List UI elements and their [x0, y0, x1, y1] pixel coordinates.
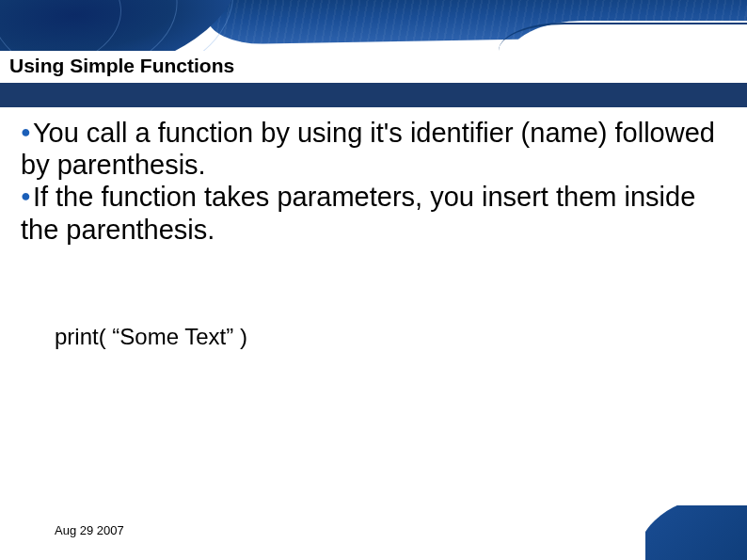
header-arcs: [0, 0, 229, 51]
bullet-dot-icon: ●: [21, 122, 31, 141]
bullet-text: If the function takes parameters, you in…: [21, 182, 695, 244]
footer-corner-edge: [645, 505, 747, 560]
header-corner-left: [0, 0, 247, 51]
bullet-dot-icon: ●: [21, 186, 31, 205]
bullet-text: You call a function by using it's identi…: [21, 118, 715, 180]
header-curve-line: [499, 23, 747, 51]
header-decoration: [0, 0, 747, 51]
bullet-item: ●If the function takes parameters, you i…: [21, 181, 717, 245]
title-underline-band: [0, 83, 747, 107]
footer-date: Aug 29 2007: [55, 523, 124, 537]
body-content: ●You call a function by using it's ident…: [21, 117, 717, 246]
code-example: print( “Some Text” ): [55, 324, 247, 350]
bullet-item: ●You call a function by using it's ident…: [21, 117, 717, 181]
slide-title: Using Simple Functions: [9, 55, 234, 77]
slide: Using Simple Functions ●You call a funct…: [0, 0, 747, 560]
footer-corner-decoration: [645, 505, 747, 560]
